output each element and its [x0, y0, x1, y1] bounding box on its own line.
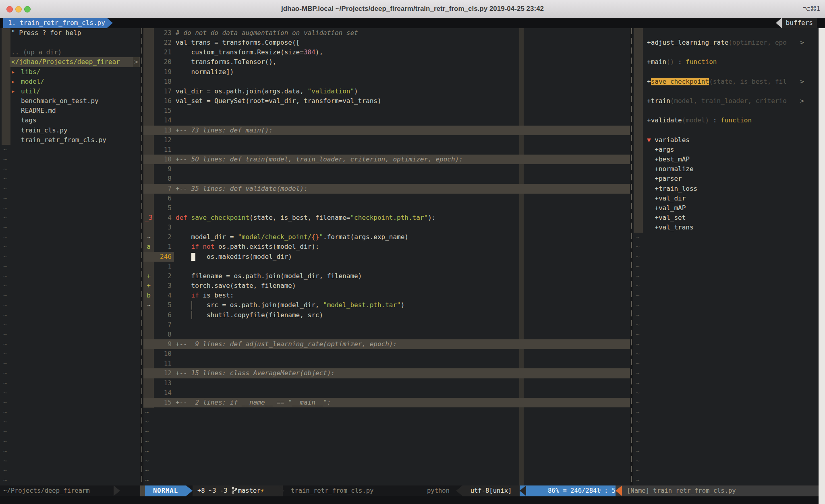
- tagbar-item[interactable]: +save_checkpoint(state, is_best, fil>: [633, 77, 819, 87]
- code-line[interactable]: ~2 model_dir = "model/check_point/{}".fo…: [143, 232, 630, 242]
- tagbar-item[interactable]: +validate(model) : function: [633, 116, 819, 125]
- code-line[interactable]: 3: [143, 223, 630, 232]
- code-line[interactable]: 14: [143, 116, 630, 125]
- empty-line: ~: [143, 475, 630, 485]
- empty-line: ~: [143, 446, 630, 456]
- tilde-marker: ~: [3, 203, 7, 213]
- tagbar-item[interactable]: +train_loss: [633, 184, 819, 194]
- fold-text: +-- 9 lines: def adjust_learning_rate(op…: [176, 339, 397, 349]
- tagbar-item[interactable]: +best_mAP: [633, 155, 819, 164]
- code-line[interactable]: 11: [143, 359, 630, 368]
- code-line[interactable]: _34def save_checkpoint(state, is_best, f…: [143, 213, 630, 223]
- line-number: 8: [154, 174, 172, 184]
- nerdtree-root[interactable]: </jdhao/Projects/deep_firear>: [0, 57, 140, 67]
- tagbar-item[interactable]: +main() : function: [633, 57, 819, 67]
- code-line[interactable]: 246 os.makedirs(model_dir): [143, 252, 630, 262]
- tagbar-item[interactable]: +val_mAP: [633, 203, 819, 213]
- code-line[interactable]: +2 filename = os.path.join(model_dir, fi…: [143, 271, 630, 281]
- folded-line[interactable]: 12+-- 15 lines: class AverageMeter(objec…: [143, 368, 630, 378]
- tilde-marker: ~: [3, 281, 7, 291]
- code-line[interactable]: 17val_dir = os.path.join(args.data, "val…: [143, 87, 630, 96]
- tilde-marker: ~: [636, 388, 640, 398]
- tagbar-item[interactable]: ▼ variables: [633, 135, 819, 145]
- sidebar-item-util[interactable]: ▸util/: [0, 87, 140, 96]
- sidebar-item-train-retr-from-cls-py[interactable]: train_retr_from_cls.py: [0, 135, 140, 145]
- tagbar-item[interactable]: +val_trans: [633, 223, 819, 232]
- tagbar-item[interactable]: +train(model, train_loader, criterio>: [633, 96, 819, 106]
- tab-active[interactable]: 1. train_retr_from_cls.py: [3, 18, 113, 28]
- chevron-right-icon: ▸: [11, 87, 21, 96]
- code-line[interactable]: 12: [143, 135, 630, 145]
- empty-line: ~: [633, 262, 819, 271]
- folded-line[interactable]: 10+-- 50 lines: def train(model, train_l…: [143, 155, 630, 164]
- command-line[interactable]: [0, 496, 825, 504]
- code-line[interactable]: 22val_trans = transforms.Compose([: [143, 38, 630, 48]
- code-line[interactable]: ~5 src = os.path.join(model_dir, "model_…: [143, 300, 630, 310]
- code-line[interactable]: 7: [143, 320, 630, 330]
- code-line[interactable]: 16val_set = QuerySet(root=val_dir, trans…: [143, 96, 630, 106]
- syntax-span: [176, 291, 191, 299]
- sidebar-item-README-md[interactable]: README.md: [0, 106, 140, 116]
- code-line[interactable]: 19 normalize]): [143, 67, 630, 77]
- tilde-marker: ~: [3, 291, 7, 300]
- tagbar-item[interactable]: +parser: [633, 174, 819, 184]
- tagbar-item[interactable]: +normalize: [633, 164, 819, 174]
- tagbar-item[interactable]: +args: [633, 145, 819, 155]
- code-line[interactable]: 8: [143, 330, 630, 339]
- powerline-arrow-icon: [456, 485, 462, 496]
- sidebar-item-benchmark-on-test-py[interactable]: benchmark_on_test.py: [0, 96, 140, 106]
- code-line[interactable]: 1: [143, 262, 630, 271]
- code-line[interactable]: 20 transforms.ToTensor(),: [143, 57, 630, 67]
- sidebar-item-train-cls-py[interactable]: train_cls.py: [0, 126, 140, 135]
- code-line[interactable]: 21 custom_transform.Resize(size=384),: [143, 48, 630, 57]
- folded-line[interactable]: 15+-- 2 lines: if __name__ == "__main__"…: [143, 398, 630, 407]
- sidebar-item-tags[interactable]: tags: [0, 116, 140, 125]
- window-separator[interactable]: [630, 28, 633, 485]
- tilde-marker: ~: [3, 466, 7, 475]
- code-line[interactable]: b4 if is_best:: [143, 291, 630, 300]
- code-line[interactable]: 6: [143, 194, 630, 203]
- empty-line: [633, 67, 819, 77]
- syntax-span: ": [319, 233, 323, 241]
- code-line[interactable]: 10: [143, 349, 630, 359]
- tilde-marker: ~: [3, 271, 7, 281]
- syntax-span: 384: [304, 48, 315, 56]
- hunk-summary: +8 ~3 -3: [197, 487, 228, 494]
- code-line[interactable]: 9: [143, 164, 630, 174]
- tagbar-item[interactable]: +val_set: [633, 213, 819, 223]
- code-line[interactable]: 13: [143, 378, 630, 388]
- empty-line: ~: [0, 203, 140, 213]
- code-line[interactable]: 18: [143, 77, 630, 87]
- buffers-indicator[interactable]: buffers: [776, 18, 817, 28]
- empty-line: ~: [633, 359, 819, 368]
- fold-text: +-- 2 lines: if __name__ == "__main__":: [176, 398, 331, 407]
- code-line[interactable]: +3 torch.save(state, filename): [143, 281, 630, 291]
- sidebar-item-libs[interactable]: ▸libs/: [0, 67, 140, 77]
- line-number: 7: [154, 184, 172, 194]
- code-line[interactable]: 8: [143, 174, 630, 184]
- code-line[interactable]: 23# do not do data augmentation on valid…: [143, 28, 630, 38]
- folded-line[interactable]: 9+-- 9 lines: def adjust_learning_rate(o…: [143, 339, 630, 349]
- nerdtree-up-dir[interactable]: .. (up a dir): [0, 48, 140, 57]
- code-line[interactable]: 5: [143, 203, 630, 213]
- code-line[interactable]: 11: [143, 145, 630, 155]
- tilde-marker: ~: [3, 232, 7, 242]
- tagbar-item[interactable]: +val_dir: [633, 194, 819, 203]
- scrollbar[interactable]: [819, 28, 825, 504]
- statusline-position: 86% ≡ 246/284ŀ : 5: [520, 485, 621, 496]
- tag-span: +train: [647, 97, 670, 105]
- tilde-marker: ~: [3, 174, 7, 184]
- code-line[interactable]: 15: [143, 106, 630, 116]
- window-separator[interactable]: [140, 28, 143, 485]
- code-line[interactable]: 14: [143, 388, 630, 398]
- code-text: if is_best:: [176, 291, 234, 300]
- tilde-marker: ~: [636, 368, 640, 378]
- folded-line[interactable]: 13+-- 73 lines: def main():: [143, 126, 630, 135]
- folded-line[interactable]: 7+-- 35 lines: def validate(model):: [143, 184, 630, 194]
- code-text: normalize]): [176, 67, 234, 77]
- code-line[interactable]: a1 if not os.path.exists(model_dir):: [143, 242, 630, 252]
- sidebar-item-model[interactable]: ▸model/: [0, 77, 140, 87]
- tagbar-item[interactable]: +adjust_learning_rate(optimizer, epo>: [633, 38, 819, 48]
- code-line[interactable]: 6 shutil.copyfile(filename, src): [143, 310, 630, 320]
- syntax-span: normalize]): [176, 68, 234, 76]
